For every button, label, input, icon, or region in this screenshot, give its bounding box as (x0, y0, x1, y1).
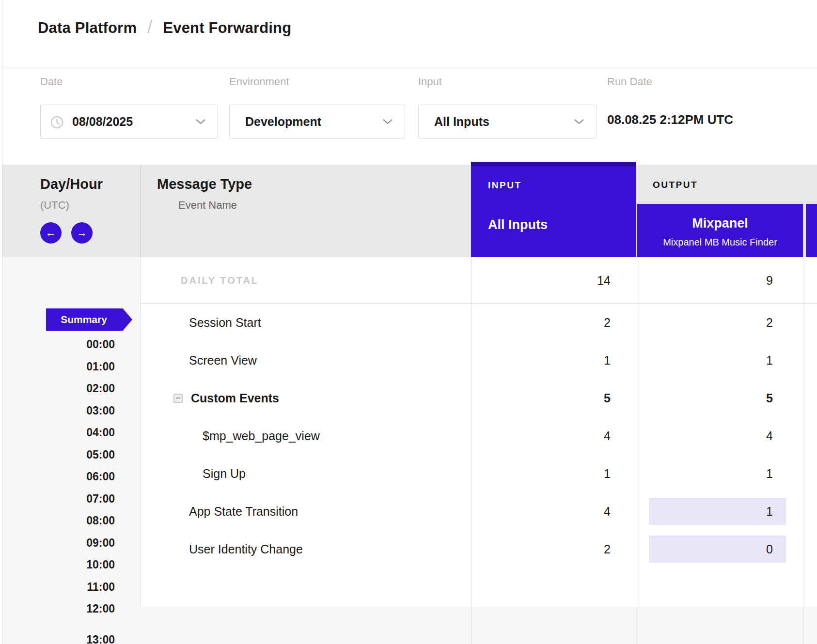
chevron-down-icon (195, 119, 206, 124)
hour-row-label[interactable]: 05:00 (0, 448, 115, 461)
event-label: Custom Events (191, 391, 279, 405)
daily-total-label: DAILY TOTAL (181, 257, 259, 304)
day-hour-timezone: (UTC) (40, 199, 69, 212)
input-group-label: INPUT (488, 180, 522, 191)
daily-total-output-value: 9 (637, 257, 773, 304)
event-label: Sign Up (203, 455, 246, 492)
message-input-divider-footer (471, 607, 471, 644)
page-title: Event Forwarding (163, 19, 291, 37)
day-hour-header: Day/Hour (40, 176, 103, 192)
clock-icon (50, 116, 63, 129)
output-count: 5 (637, 379, 773, 417)
run-date-label: Run Date (607, 76, 652, 88)
output-next-divider-footer (803, 607, 803, 644)
hour-row-label[interactable]: 03:00 (0, 404, 115, 417)
input-count: 4 (471, 492, 611, 530)
breadcrumb-separator: / (147, 17, 152, 37)
chevron-down-icon (382, 119, 393, 124)
prev-day-button[interactable]: ← (40, 222, 62, 244)
table-row-app-state-transition: App State Transition 4 1 (141, 492, 817, 530)
table-row-user-identity-change: User Identity Change 2 0 (141, 530, 817, 568)
summary-label: Summary (61, 314, 107, 325)
environment-value: Development (245, 115, 321, 129)
message-type-header: Message Type (157, 176, 252, 192)
arrow-left-icon: ← (46, 227, 56, 239)
input-column-selected-strip (471, 162, 636, 166)
input-count: 1 (471, 455, 611, 492)
output-column-subtitle: Mixpanel MB Music Finder (637, 237, 803, 248)
input-filter-label: Input (418, 76, 442, 88)
input-output-divider-footer (637, 607, 637, 644)
breadcrumb: Data Platform / Event Forwarding (38, 17, 291, 39)
event-forwarding-page: Data Platform / Event Forwarding Date 08… (0, 0, 817, 644)
chevron-down-icon (574, 119, 584, 124)
event-name-subheader: Event Name (178, 199, 237, 212)
event-label: $mp_web_page_view (203, 417, 320, 455)
input-dropdown[interactable]: All Inputs (418, 105, 597, 138)
date-value: 08/08/2025 (72, 115, 133, 129)
collapse-minus-icon[interactable] (173, 394, 183, 403)
event-label: Session Start (189, 304, 261, 341)
hour-row-label[interactable]: 00:00 (0, 338, 115, 351)
environment-dropdown[interactable]: Development (229, 105, 405, 138)
hour-row-label[interactable]: 06:00 (0, 470, 115, 483)
hour-row-label[interactable]: 08:00 (0, 514, 115, 527)
hour-row-label[interactable]: 13:00 (0, 633, 115, 644)
table-row-mp-web-page-view: $mp_web_page_view 4 4 (141, 417, 817, 455)
output-column-name: Mixpanel (637, 216, 803, 231)
output-count: 1 (637, 341, 773, 379)
hour-row-label[interactable]: 01:00 (0, 360, 115, 373)
output-count: 1 (637, 492, 773, 530)
hour-row-label[interactable]: 10:00 (0, 558, 115, 571)
daily-total-row: DAILY TOTAL 14 9 (141, 257, 817, 304)
table-row-session-start: Session Start 2 2 (141, 304, 817, 341)
output-count: 0 (637, 530, 773, 568)
output-column-header-mixpanel[interactable]: Mixpanel Mixpanel MB Music Finder (637, 204, 803, 257)
hour-row-label[interactable]: 09:00 (0, 537, 115, 549)
input-value: All Inputs (434, 115, 489, 129)
hour-row-label[interactable]: 11:00 (0, 581, 115, 593)
table-row-sign-up: Sign Up 1 1 (141, 455, 817, 492)
environment-filter-label: Environment (229, 76, 289, 88)
event-label: Screen View (189, 341, 257, 379)
event-label: User Identity Change (189, 530, 303, 568)
hour-row-label[interactable]: 04:00 (0, 426, 115, 439)
input-count: 1 (471, 341, 611, 379)
output-count: 1 (637, 455, 773, 492)
input-count: 2 (471, 530, 611, 568)
input-column-name: All Inputs (488, 217, 548, 232)
output-group-label: OUTPUT (653, 180, 698, 190)
table-row-screen-view: Screen View 1 1 (141, 341, 817, 379)
run-date-value: 08.08.25 2:12PM UTC (607, 112, 733, 127)
input-count: 4 (471, 417, 611, 455)
input-column-header[interactable]: INPUT All Inputs (471, 162, 636, 257)
next-output-column-header-partial[interactable] (806, 204, 817, 257)
hour-row-label[interactable]: 07:00 (0, 492, 115, 505)
output-count: 4 (637, 417, 773, 455)
hour-row-label[interactable]: 02:00 (0, 382, 115, 395)
next-day-button[interactable]: → (71, 222, 93, 244)
input-count: 2 (471, 304, 611, 341)
input-count: 5 (471, 379, 611, 417)
table-row-custom-events: Custom Events 5 5 (141, 379, 817, 417)
daily-total-input-value: 14 (471, 257, 611, 304)
summary-row-badge[interactable]: Summary (46, 308, 132, 331)
rail-header-divider (141, 165, 141, 257)
arrow-right-icon: → (77, 227, 87, 239)
event-label: App State Transition (189, 492, 298, 530)
table-footer-area (141, 607, 817, 644)
date-dropdown[interactable]: 08/08/2025 (40, 105, 218, 138)
date-filter-label: Date (40, 76, 63, 88)
output-count: 2 (637, 304, 773, 341)
hour-row-label[interactable]: 12:00 (0, 602, 115, 615)
event-group-label: Custom Events (173, 379, 279, 417)
header-divider (2, 67, 817, 67)
breadcrumb-section[interactable]: Data Platform (38, 19, 137, 37)
